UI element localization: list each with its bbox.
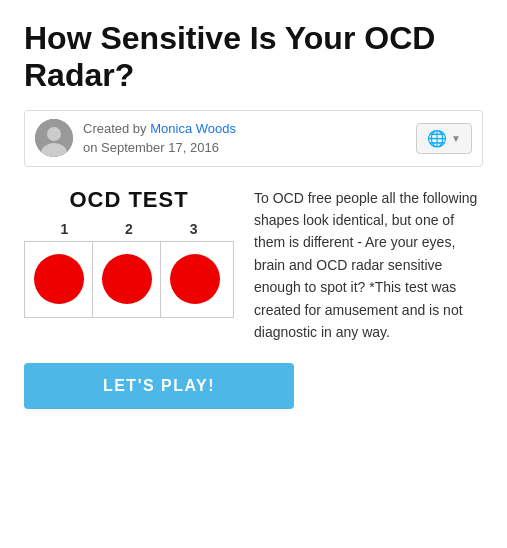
- red-circle-1: [34, 254, 84, 304]
- circle-cell-2: [93, 242, 161, 317]
- ocd-test-visual: OCD TEST 1 2 3: [24, 187, 234, 344]
- description-text: To OCD free people all the following sha…: [254, 187, 483, 344]
- ocd-test-title: OCD TEST: [24, 187, 234, 213]
- circle-number-3: 3: [190, 221, 198, 237]
- svg-point-1: [47, 127, 61, 141]
- date-label: on September 17, 2016: [83, 140, 219, 155]
- author-name-link[interactable]: Monica Woods: [150, 121, 236, 136]
- chevron-down-icon: ▼: [451, 133, 461, 144]
- created-by-label: Created by: [83, 121, 147, 136]
- author-bar: Created by Monica Woods on September 17,…: [24, 110, 483, 167]
- circles-row: [24, 241, 234, 318]
- author-text: Created by Monica Woods on September 17,…: [83, 119, 236, 158]
- page-title: How Sensitive Is Your OCD Radar?: [24, 20, 483, 94]
- red-circle-2: [102, 254, 152, 304]
- circle-number-2: 2: [125, 221, 133, 237]
- share-button[interactable]: 🌐 ▼: [416, 123, 472, 154]
- content-area: OCD TEST 1 2 3 To OCD free people all th…: [24, 187, 483, 344]
- globe-icon: 🌐: [427, 129, 447, 148]
- red-circle-3: [170, 254, 220, 304]
- circle-cell-3: [161, 242, 229, 317]
- circle-cell-1: [25, 242, 93, 317]
- circles-numbers: 1 2 3: [24, 221, 234, 237]
- play-button[interactable]: LET'S PLAY!: [24, 363, 294, 409]
- circle-number-1: 1: [60, 221, 68, 237]
- avatar: [35, 119, 73, 157]
- author-left: Created by Monica Woods on September 17,…: [35, 119, 236, 158]
